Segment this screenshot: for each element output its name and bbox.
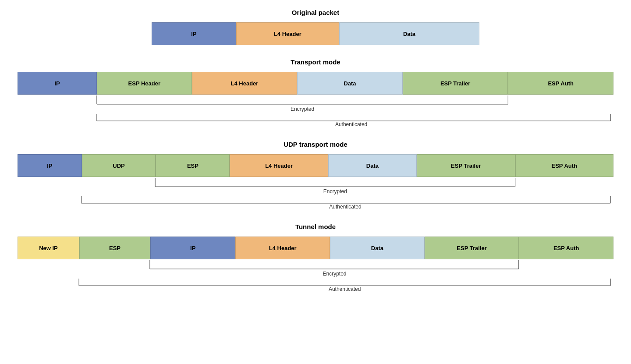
tun-l4-cell: L4 Header bbox=[235, 237, 330, 259]
svg-text:Encrypted: Encrypted bbox=[323, 188, 347, 194]
original-packet-wrapper: IP L4 Header Data bbox=[18, 22, 613, 45]
udp-data-cell: Data bbox=[328, 154, 417, 177]
svg-text:Authenticated: Authenticated bbox=[329, 204, 361, 210]
orig-ip-cell: IP bbox=[152, 22, 236, 45]
orig-data-cell: Data bbox=[339, 22, 479, 45]
transport-mode-brackets: Encrypted Authenticated bbox=[18, 95, 613, 127]
tun-data-cell: Data bbox=[330, 237, 425, 259]
tr-ip-cell: IP bbox=[18, 72, 97, 95]
original-packet-section: Original packet IP L4 Header Data bbox=[18, 9, 613, 45]
transport-mode-container: IP ESP Header L4 Header Data ESP Trailer… bbox=[18, 72, 613, 127]
tun-espa-cell: ESP Auth bbox=[519, 237, 613, 259]
transport-mode-title: Transport mode bbox=[18, 58, 613, 66]
svg-text:Authenticated: Authenticated bbox=[329, 286, 361, 292]
tr-data-cell: Data bbox=[297, 72, 403, 95]
udp-espa-cell: ESP Auth bbox=[515, 154, 613, 177]
transport-mode-section: Transport mode IP ESP Header L4 Header D… bbox=[18, 58, 613, 127]
svg-text:Encrypted: Encrypted bbox=[291, 106, 314, 112]
tun-newip-cell: New IP bbox=[18, 237, 79, 259]
udp-transport-brackets: Encrypted Authenticated bbox=[18, 177, 613, 210]
tun-esp-cell: ESP bbox=[79, 237, 150, 259]
tunnel-mode-brackets: Encrypted Authenticated bbox=[18, 259, 613, 292]
udp-ip-cell: IP bbox=[18, 154, 82, 177]
transport-mode-row: IP ESP Header L4 Header Data ESP Trailer… bbox=[18, 72, 613, 95]
tunnel-mode-container: New IP ESP IP L4 Header Data ESP Trailer… bbox=[18, 237, 613, 292]
udp-espt-cell: ESP Trailer bbox=[417, 154, 515, 177]
tunnel-mode-section: Tunnel mode New IP ESP IP L4 Header Data… bbox=[18, 223, 613, 292]
tun-ip-cell: IP bbox=[150, 237, 235, 259]
tr-l4-cell: L4 Header bbox=[192, 72, 298, 95]
tr-espa-cell: ESP Auth bbox=[508, 72, 613, 95]
udp-transport-container: IP UDP ESP L4 Header Data ESP Trailer ES… bbox=[18, 154, 613, 210]
orig-l4-cell: L4 Header bbox=[236, 22, 339, 45]
tunnel-mode-title: Tunnel mode bbox=[18, 223, 613, 230]
tr-espt-cell: ESP Trailer bbox=[403, 72, 508, 95]
original-packet-title: Original packet bbox=[18, 9, 613, 16]
udp-l4-cell: L4 Header bbox=[230, 154, 328, 177]
svg-text:Authenticated: Authenticated bbox=[335, 121, 367, 127]
udp-esp-cell: ESP bbox=[156, 154, 230, 177]
udp-transport-section: UDP transport mode IP UDP ESP L4 Header … bbox=[18, 141, 613, 210]
udp-udp-cell: UDP bbox=[82, 154, 156, 177]
udp-transport-title: UDP transport mode bbox=[18, 141, 613, 148]
tr-esph-cell: ESP Header bbox=[97, 72, 192, 95]
tun-espt-cell: ESP Trailer bbox=[425, 237, 519, 259]
original-packet-row: IP L4 Header Data bbox=[152, 22, 479, 45]
tunnel-mode-row: New IP ESP IP L4 Header Data ESP Trailer… bbox=[18, 237, 613, 259]
udp-transport-row: IP UDP ESP L4 Header Data ESP Trailer ES… bbox=[18, 154, 613, 177]
svg-text:Encrypted: Encrypted bbox=[323, 271, 347, 277]
